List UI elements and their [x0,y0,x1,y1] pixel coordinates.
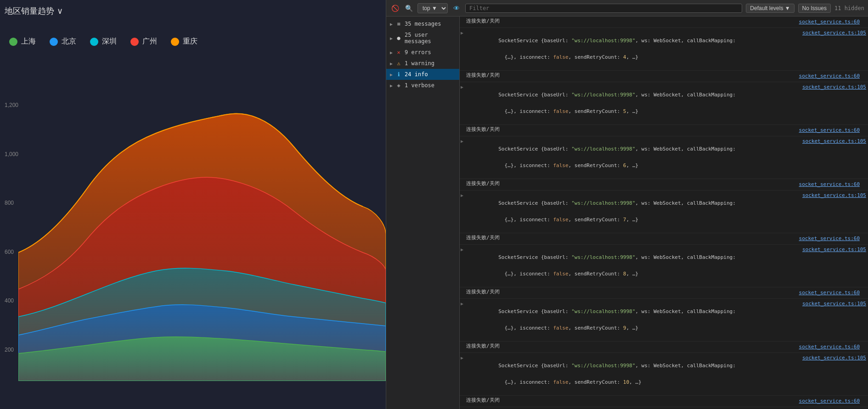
sidebar-warning-label: 1 warning [405,60,434,67]
sidebar-verbose-icon: ◈ [395,82,402,89]
sidebar-expand-warning: ▶ [390,61,393,66]
devtools-no-issues-btn[interactable]: No Issues [798,4,831,13]
log-entry-chinese-1: 连接失败/关闭 socket_service.ts:60 [460,17,868,28]
devtools-clear-btn[interactable]: 🚫 [390,3,400,13]
legend-item-北京[interactable]: 北京 [50,37,76,46]
log-content-7: SocketService {baseUrl: "ws://localhost:… [466,353,800,395]
log-source-2[interactable]: socket_service.ts:60 [797,71,862,81]
log-expand-8[interactable]: ▶ [460,407,466,409]
log-source-1[interactable]: socket_service.ts:60 [797,17,862,27]
devtools-filter-input[interactable] [465,4,742,13]
legend-item-上海[interactable]: 上海 [9,37,36,46]
log-source-3[interactable]: socket_service.ts:60 [797,125,862,135]
log-expand-5[interactable]: ▶ [460,245,466,287]
sidebar-user-icon: ● [395,35,402,41]
sidebar-messages-icon: ≡ [395,21,402,27]
log-source-obj-5[interactable]: socket_service.ts:105 [800,245,868,255]
legend-label: 重庆 [183,37,197,46]
log-entry-chinese-7: 连接失败/关闭 socket_service.ts:60 [460,342,868,353]
log-expand-6[interactable]: ▶ [460,299,466,341]
legend-dot [50,38,58,46]
log-expand-1[interactable]: ▶ [460,28,466,70]
log-content-5: SocketService {baseUrl: "ws://localhost:… [466,245,800,287]
log-source-obj-6[interactable]: socket_service.ts:105 [800,299,868,309]
log-entry-chinese-4: 连接失败/关闭 socket_service.ts:60 [460,179,868,190]
log-source-6[interactable]: socket_service.ts:60 [797,288,862,298]
log-content-8: SocketService {baseUrl: "ws://localhost:… [466,407,800,409]
sidebar-expand-info: ▶ [390,72,393,77]
log-entry-obj-4: ▶ SocketService {baseUrl: "ws://localhos… [460,190,868,233]
y-label-800: 800 [5,200,18,206]
log-source-obj-4[interactable]: socket_service.ts:105 [800,190,868,201]
log-entry-obj-7: ▶ SocketService {baseUrl: "ws://localhos… [460,353,868,396]
sidebar-expand-verbose: ▶ [390,83,393,88]
legend-item-广州[interactable]: 广州 [130,37,157,46]
log-entry-chinese-2: 连接失败/关闭 socket_service.ts:60 [460,71,868,82]
legend-item-重庆[interactable]: 重庆 [171,37,197,46]
log-expand-3[interactable]: ▶ [460,136,466,179]
log-source-obj-2[interactable]: socket_service.ts:105 [800,82,868,92]
log-source-4[interactable]: socket_service.ts:60 [797,179,862,190]
console-output[interactable]: 连接失败/关闭 socket_service.ts:60 ▶ SocketSer… [460,17,868,409]
legend-label: 北京 [62,37,76,46]
log-entry-obj-8: ▶ SocketService {baseUrl: "ws://localhos… [460,407,868,409]
sidebar-item-info[interactable]: ▶ ℹ 24 info [386,69,459,80]
log-entry-obj-5: ▶ SocketService {baseUrl: "ws://localhos… [460,245,868,287]
sidebar-item-messages[interactable]: ▶ ≡ 35 messages [386,18,459,29]
sidebar-item-errors[interactable]: ▶ ✕ 9 errors [386,47,459,58]
chart-title-dropdown-icon[interactable]: ∨ [57,6,63,16]
sidebar-item-warning[interactable]: ▶ ⚠ 1 warning [386,58,459,69]
y-label-200: 200 [5,347,18,353]
sidebar-errors-icon: ✕ [395,49,402,56]
log-text-3: 连接失败/关闭 [466,125,500,135]
log-entry-chinese-3: 连接失败/关闭 socket_service.ts:60 [460,125,868,136]
y-label-1000: 1,000 [5,151,18,157]
sidebar-warning-icon: ⚠ [395,60,402,67]
log-entry-chinese-6: 连接失败/关闭 socket_service.ts:60 [460,287,868,299]
y-label-1200: 1,200 [5,102,18,108]
legend-label: 广州 [142,37,157,46]
y-label-400: 400 [5,297,18,304]
log-source-obj-7[interactable]: socket_service.ts:105 [800,353,868,363]
devtools-default-levels-btn[interactable]: Default levels ▼ [746,4,794,13]
sidebar-expand-messages: ▶ [390,22,393,27]
log-expand-2[interactable]: ▶ [460,82,466,124]
sidebar-item-verbose[interactable]: ▶ ◈ 1 verbose [386,80,459,91]
legend-dot [171,38,179,46]
log-content-2: SocketService {baseUrl: "ws://localhost:… [466,82,800,124]
legend-dot [130,38,139,46]
console-sidebar: ▶ ≡ 35 messages ▶ ● 25 user messages ▶ ✕… [386,17,460,409]
log-text-2: 连接失败/关闭 [466,71,500,81]
log-text-6: 连接失败/关闭 [466,288,500,298]
devtools-filter-btn[interactable]: 🔍 [404,3,414,13]
log-expand-4[interactable]: ▶ [460,190,466,233]
log-source-obj-1[interactable]: socket_service.ts:105 [800,28,868,38]
sidebar-messages-label: 35 messages [405,21,441,27]
legend-label: 上海 [21,37,36,46]
legend-item-深圳[interactable]: 深圳 [90,37,117,46]
log-entry-obj-6: ▶ SocketService {baseUrl: "ws://localhos… [460,299,868,342]
devtools-context-select[interactable]: top ▼ [417,3,448,13]
chart-title-text: 地区销量趋势 [5,6,54,17]
chart-panel: 地区销量趋势 ∨ 上海北京深圳广州重庆 [0,0,386,409]
log-entry-chinese-5: 连接失败/关闭 socket_service.ts:60 [460,233,868,245]
log-source-obj-8[interactable]: socket_service.ts:105 [800,407,868,409]
sidebar-item-user[interactable]: ▶ ● 25 user messages [386,29,459,47]
y-label-600: 600 [5,249,18,255]
devtools-eye-btn[interactable]: 👁 [451,3,462,13]
devtools-panel: 🚫 🔍 top ▼ 👁 Default levels ▼ No Issues 1… [386,0,868,409]
log-expand-7[interactable]: ▶ [460,353,466,395]
log-source-obj-3[interactable]: socket_service.ts:105 [800,136,868,146]
sidebar-expand-user: ▶ [390,36,393,41]
log-entry-obj-3: ▶ SocketService {baseUrl: "ws://localhos… [460,136,868,179]
legend-label: 深圳 [102,37,117,46]
log-source-8[interactable]: socket_service.ts:60 [797,396,862,406]
chart-svg [18,60,386,381]
devtools-body: ▶ ≡ 35 messages ▶ ● 25 user messages ▶ ✕… [386,17,868,409]
chart-title[interactable]: 地区销量趋势 ∨ [5,6,63,17]
chart-area: 200 400 600 800 1,000 1,200 [0,60,386,409]
log-source-5[interactable]: socket_service.ts:60 [797,234,862,244]
log-source-7[interactable]: socket_service.ts:60 [797,342,862,352]
devtools-hidden-count: 11 hidden [834,5,864,11]
log-content-1: SocketService {baseUrl: "ws://localhost:… [466,28,800,70]
